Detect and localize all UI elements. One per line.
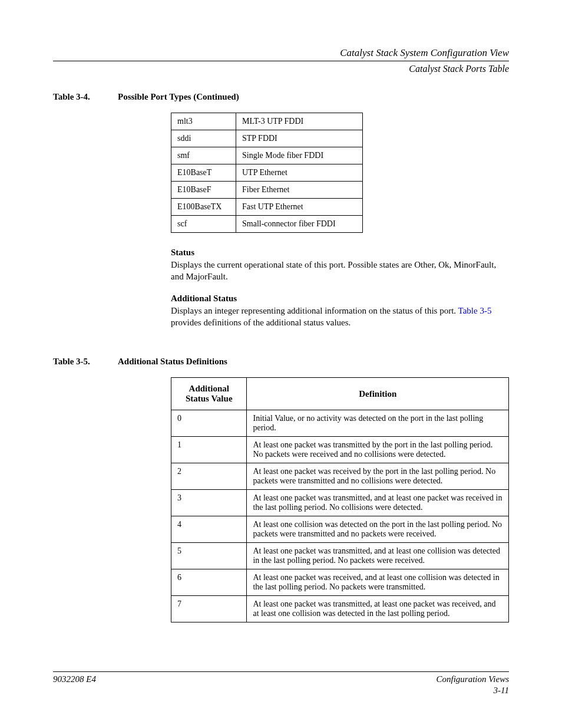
cell: scf [171,216,236,233]
cell: Fiber Ethernet [236,182,363,199]
cell-def: At least one packet was received, and at… [247,569,509,596]
cell-def: At least one packet was transmitted, and… [247,543,509,569]
footer-line: 9032208 E4 Configuration Views [53,671,509,684]
cell-value: 2 [171,463,247,490]
cell-def: Initial Value, or no activity was detect… [247,410,509,437]
header-additional-status: AdditionalStatus Value [171,378,247,410]
table-title: Possible Port Types (Continued) [118,92,239,102]
header-definition: Definition [247,378,509,410]
cell-value: 3 [171,490,247,516]
table-header-row: AdditionalStatus Value Definition [171,378,509,410]
table-row: sddiSTP FDDI [171,130,363,147]
cell: Fast UTP Ethernet [236,199,363,216]
footer-doc-id: 9032208 E4 [53,674,96,684]
header-title: Catalyst Stack System Configuration View [53,47,509,61]
table-row: mlt3MLT-3 UTP FDDI [171,113,363,130]
cell-def: At least one packet was received by the … [247,463,509,490]
additional-status-desc: Displays an integer representing additio… [171,305,509,329]
desc-pre: Displays an integer representing additio… [171,306,458,315]
cell: smf [171,147,236,164]
table-row: 7At least one packet was transmitted, at… [171,596,509,622]
cell: Small-connector fiber FDDI [236,216,363,233]
status-title: Status [171,248,509,258]
page-footer: 9032208 E4 Configuration Views 3-11 [53,671,509,696]
table-row: scfSmall-connector fiber FDDI [171,216,363,233]
cell: MLT-3 UTP FDDI [236,113,363,130]
footer-section: Configuration Views [437,674,509,684]
table-row: E10BaseFFiber Ethernet [171,182,363,199]
table-row: 5At least one packet was transmitted, an… [171,543,509,569]
table-number: Table 3-4. [53,92,118,102]
additional-status-table: AdditionalStatus Value Definition 0Initi… [171,377,509,622]
cell: Single Mode fiber FDDI [236,147,363,164]
cell: mlt3 [171,113,236,130]
page-header: Catalyst Stack System Configuration View… [53,47,509,74]
table-row: 4At least one collision was detected on … [171,516,509,543]
table-row: E10BaseTUTP Ethernet [171,164,363,182]
table-row: 1At least one packet was transmitted by … [171,437,509,463]
additional-status-section: Additional Status Displays an integer re… [171,294,509,329]
table-row: 6At least one packet was received, and a… [171,569,509,596]
table-row: 3At least one packet was transmitted, an… [171,490,509,516]
table-row: smfSingle Mode fiber FDDI [171,147,363,164]
cell: E10BaseT [171,164,236,182]
cell: E100BaseTX [171,199,236,216]
footer-page-number: 3-11 [53,686,509,696]
table-row: 0Initial Value, or no activity was detec… [171,410,509,437]
desc-post: provides definitions of the additional s… [171,318,351,327]
cell-value: 1 [171,437,247,463]
table-row: E100BaseTXFast UTP Ethernet [171,199,363,216]
header-subtitle: Catalyst Stack Ports Table [53,64,509,74]
cell-def: At least one collision was detected on t… [247,516,509,543]
cell-def: At least one packet was transmitted by t… [247,437,509,463]
cell: UTP Ethernet [236,164,363,182]
cell-value: 7 [171,596,247,622]
status-section: Status Displays the current operational … [171,248,509,283]
table-number: Table 3-5. [53,357,118,367]
cell: sddi [171,130,236,147]
table-3-4-label: Table 3-4. Possible Port Types (Continue… [53,92,509,102]
status-desc: Displays the current operational state o… [171,259,509,283]
cell-value: 0 [171,410,247,437]
table-3-5-link[interactable]: Table 3-5 [458,306,492,315]
cell-value: 4 [171,516,247,543]
table-title: Additional Status Definitions [118,357,227,367]
table-row: 2At least one packet was received by the… [171,463,509,490]
cell-def: At least one packet was transmitted, and… [247,490,509,516]
additional-status-title: Additional Status [171,294,509,304]
table-3-5-label: Table 3-5. Additional Status Definitions [53,357,509,367]
cell: STP FDDI [236,130,363,147]
cell-value: 5 [171,543,247,569]
cell-def: At least one packet was transmitted, at … [247,596,509,622]
cell-value: 6 [171,569,247,596]
port-types-table: mlt3MLT-3 UTP FDDI sddiSTP FDDI smfSingl… [171,113,363,233]
cell: E10BaseF [171,182,236,199]
